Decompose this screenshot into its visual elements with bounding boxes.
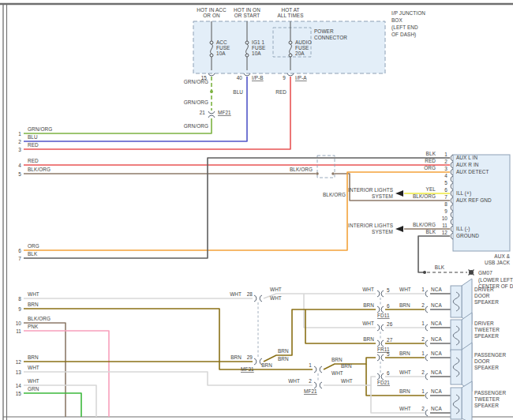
lbl-grnorg-2: GRN/ORG — [184, 99, 208, 105]
aux-lbl-detect: AUX DETECT — [456, 169, 489, 174]
connector-ip-b: I/P-B — [252, 75, 264, 81]
pin-40: 40 — [237, 75, 243, 81]
pin-fd21-5: 5 — [387, 351, 390, 357]
lbl-pt-wht: WHT — [399, 406, 411, 411]
lbl-row10: BLK/ORG — [28, 316, 51, 321]
lbl-aux12-blk: BLK — [426, 229, 436, 234]
sp3-pin1: 1 — [421, 351, 425, 356]
aux-pin-2: 2 — [444, 159, 447, 164]
wire-brn-pass-tweeter — [366, 364, 425, 396]
audio-fuse-l1: AUDIO — [295, 39, 312, 45]
lbl-pt-brn: BRN — [399, 388, 410, 394]
lbl-mf21-2-wht: WHT — [288, 378, 300, 384]
radio-pin-5: 5 — [18, 171, 21, 177]
aux-pin-9: 9 — [444, 208, 447, 214]
power-connector-label: POWER — [314, 28, 334, 34]
lbl-row12: BRN — [28, 354, 39, 360]
aux-lbl-r-in: AUX R IN — [456, 162, 479, 167]
lbl-row13: WHT — [28, 365, 39, 370]
lbl-grnorg-1: GRN/ORG — [184, 79, 208, 84]
aux-pin-11: 11 — [442, 223, 447, 228]
aux-pin-10: 10 — [442, 216, 448, 221]
wire-brn-row9 — [24, 309, 313, 369]
sp2-nca1: NCA — [431, 321, 442, 326]
lbl-brn-pass-a: BRN — [331, 357, 343, 362]
lbl-aux7-blkorg: BLK/ORG — [413, 193, 436, 199]
wire-blk-row7 — [24, 158, 450, 258]
lbl-row9: BRN — [28, 302, 39, 307]
lbl-red-drop: RED — [275, 89, 286, 95]
radio-pin-11: 11 — [16, 328, 21, 334]
connector-mf21-top: MF21 — [218, 110, 231, 115]
lbl-mf31-28-wht: WHT — [230, 291, 242, 297]
aux-lbl-l-in: AUX L IN — [456, 155, 477, 160]
radio-pin-9: 9 — [18, 306, 21, 312]
ground-id: GM07 — [478, 270, 492, 276]
lbl-mf21-1-brn: BRN — [261, 362, 272, 368]
pin-28: 28 — [247, 291, 253, 297]
audio-fuse-l2: FUSE — [295, 45, 309, 51]
interior-lights-2b: SYSTEM — [372, 229, 393, 234]
lbl-wht-pass-a: WHT — [331, 370, 343, 376]
radio-pin-12: 12 — [16, 359, 22, 365]
radio-pin-6: 6 — [18, 248, 21, 253]
aux-lbl-ref-gnd: AUX REF GND — [456, 197, 492, 203]
offpage-arrow-icon-2 — [395, 226, 403, 232]
lbl-pd-wht: WHT — [399, 369, 411, 375]
aux-lbl-ground: GROUND — [456, 233, 479, 238]
ig1-fuse-l2: FUSE — [252, 45, 265, 51]
lbl-row3: RED — [28, 142, 39, 148]
sp3-nca1: NCA — [431, 351, 442, 356]
connector-fd11: FD11 — [377, 313, 390, 318]
connector-mf31-icon — [254, 295, 262, 365]
aux-lbl-ill-minus: ILL (-) — [456, 226, 470, 232]
passenger-door-2: DOOR — [474, 358, 490, 364]
lbl-row14: WHT — [28, 378, 39, 384]
radio-pin-10: 10 — [16, 321, 22, 326]
audio-fuse-l3: 20A — [295, 51, 305, 56]
lbl-dd-brn: BRN — [399, 302, 410, 308]
lbl-wht-pass-b: WHT — [341, 378, 353, 384]
aux-pin-7: 7 — [444, 194, 447, 200]
sp2-pin2: 2 — [421, 336, 425, 342]
pin-fd21-6: 6 — [387, 370, 390, 376]
lbl-aux2-red: RED — [425, 158, 436, 163]
connector-mf21: MF21 — [304, 388, 317, 394]
aux-pin-12: 12 — [442, 230, 448, 235]
wire-wht-pass-tweeter — [371, 385, 425, 413]
aux-name-1: AUX & — [494, 253, 510, 259]
passenger-tweeter-3: SPEAKER — [474, 403, 499, 408]
pin-fr11-27: 27 — [387, 337, 393, 343]
driver-door-2: DOOR — [474, 293, 490, 298]
ground-symbol-icon — [469, 270, 474, 276]
connector-mf21-icon — [314, 366, 322, 388]
radio-pin-3: 3 — [18, 147, 21, 152]
lbl-fd11-brn: BRN — [363, 302, 374, 308]
sp1-nca2: NCA — [431, 302, 442, 308]
sp3-nca2: NCA — [431, 369, 442, 375]
splice-dot-grnorg — [210, 90, 213, 93]
connector-ip-a: I/P-A — [295, 75, 307, 81]
lbl-row7: BLK — [28, 251, 38, 257]
wire-grn-row15 — [24, 393, 81, 417]
ig1-fuse-l3: 10A — [252, 51, 261, 56]
hot-all-2: ALL TIMES — [277, 13, 303, 18]
lbl-pd-brn: BRN — [399, 351, 410, 356]
driver-tweeter-3: SPEAKER — [474, 333, 499, 339]
speaker-pin-arcs — [425, 291, 428, 416]
lbl-fd11-wht: WHT — [362, 287, 374, 292]
lbl-wht-branch-b: WHT — [270, 295, 282, 301]
radio-pin-14: 14 — [16, 383, 22, 388]
connector-fd21-icon — [377, 354, 384, 380]
interior-lights-2a: INTERIOR LIGHTS — [348, 223, 393, 228]
lbl-row8: WHT — [28, 291, 39, 297]
aux-pin-8: 8 — [444, 201, 447, 207]
wire-brn-driver-door — [264, 309, 376, 362]
aux-name-2: USB JACK — [485, 260, 511, 265]
lbl-row4: RED — [28, 158, 39, 163]
aux-pin-1: 1 — [444, 152, 447, 157]
power-connector-label2: CONNECTOR — [314, 35, 347, 40]
ground-loc-1: (LOWER LEFT — [478, 277, 513, 283]
lbl-fr11-wht: WHT — [362, 321, 374, 326]
pin-mf21-2: 2 — [309, 378, 312, 384]
